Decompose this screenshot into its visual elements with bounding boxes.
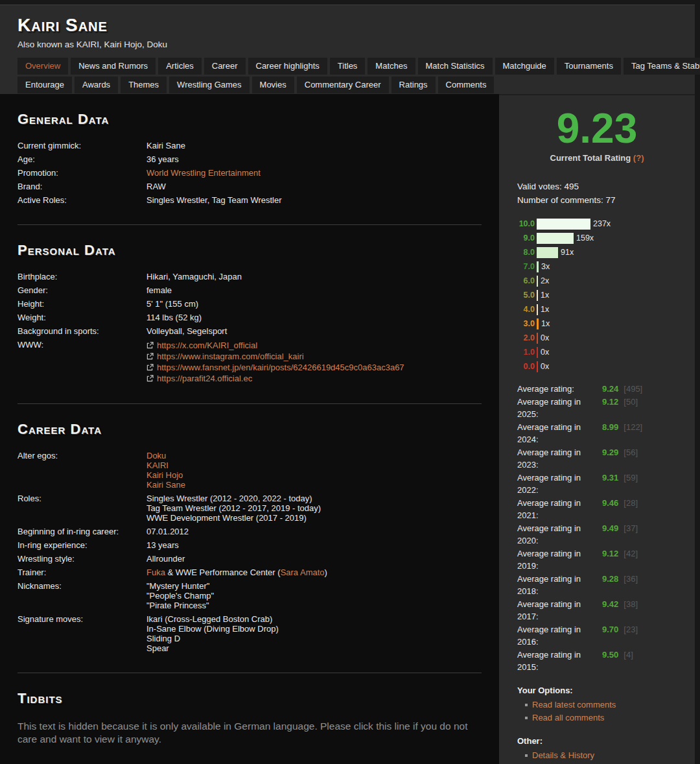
profile-header: Kairi Sane Also known as KAIRI, Kairi Ho… — [0, 5, 695, 94]
value-link[interactable]: Kairi Sane — [146, 480, 185, 490]
row-label: Current gimmick: — [18, 141, 146, 150]
data-row: Birthplace:Hikari, Yamaguchi, Japan — [18, 272, 482, 281]
value-line: Ikari (Cross-Legged Boston Crab) — [146, 614, 482, 624]
option-link-read-all-comments[interactable]: Read all comments — [532, 713, 604, 722]
row-label: Birthplace: — [18, 272, 146, 281]
data-row: Brand:RAW — [18, 182, 482, 191]
value-line: 36 years — [146, 154, 482, 164]
value-link[interactable]: https://x.com/KAIRI_official — [157, 340, 257, 350]
value-link[interactable]: https://www.fansnet.jp/en/kairi/posts/62… — [157, 363, 404, 372]
rating-help-link[interactable]: (?) — [633, 153, 644, 163]
histogram-bar — [537, 233, 574, 244]
value-line: Kairi Sane — [146, 480, 482, 490]
average-rating-value: 9.31 — [602, 472, 618, 497]
average-rating-value: 9.12 — [602, 396, 618, 421]
value-link[interactable]: https://parafit24.official.ec — [157, 374, 252, 383]
tab-ratings[interactable]: Ratings — [391, 77, 436, 93]
tab-themes[interactable]: Themes — [121, 77, 167, 93]
tab-career-highlights[interactable]: Career highlights — [248, 58, 327, 75]
average-rating-label: Average rating in 2016: — [517, 623, 602, 649]
tidbits-hidden-text[interactable]: This text is hidden because it is only a… — [18, 720, 482, 746]
value-line: Hikari, Yamaguchi, Japan — [146, 272, 482, 281]
average-rating-value: 9.28 — [602, 573, 618, 598]
histogram-bar — [537, 219, 590, 230]
row-value: "Mystery Hunter""People's Champ""Pirate … — [146, 581, 482, 610]
tab-entourage[interactable]: Entourage — [18, 77, 72, 93]
average-rating-value: 8.99 — [602, 421, 618, 446]
tab-row-2: EntourageAwardsThemesWrestling GamesMovi… — [18, 77, 677, 93]
value-link[interactable]: Kairi Hojo — [146, 470, 183, 480]
tab-comments[interactable]: Comments — [438, 77, 495, 93]
average-rating-row: Average rating in 2019:9.12[42] — [517, 547, 683, 573]
histogram-row: 8.091x — [517, 245, 683, 259]
page-title: Kairi Sane — [18, 15, 677, 36]
histogram-score-label: 10.0 — [517, 219, 535, 228]
histogram-score-label: 1.0 — [517, 348, 535, 357]
tab-awards[interactable]: Awards — [75, 77, 118, 93]
value-text: In-Sane Elbow (Diving Elbow Drop) — [146, 624, 279, 634]
value-link[interactable]: Doku — [146, 451, 166, 460]
row-value: Hikari, Yamaguchi, Japan — [146, 272, 482, 281]
value-text: 07.01.2012 — [146, 527, 189, 536]
row-value: https://x.com/KAIRI_officialhttps://www.… — [146, 340, 482, 384]
tab-commentary-career[interactable]: Commentary Career — [297, 77, 389, 93]
data-row: Background in sports:Volleyball, Segelsp… — [18, 326, 482, 336]
tab-overview[interactable]: Overview — [18, 58, 68, 75]
bullet-icon — [525, 717, 528, 719]
average-rating-vote-count: [28] — [624, 497, 638, 522]
value-line: 5' 1" (155 cm) — [146, 299, 482, 309]
histogram-row: 7.03x — [517, 259, 683, 274]
row-value: Allrounder — [146, 554, 482, 564]
histogram-count: 159x — [576, 233, 594, 243]
option-link-read-latest-comments[interactable]: Read latest comments — [532, 700, 616, 710]
average-rating-row: Average rating in 2023:9.29[56] — [517, 446, 683, 472]
tab-tag-teams-stables[interactable]: Tag Teams & Stables — [624, 58, 700, 75]
value-link[interactable]: Sara Amato — [281, 567, 325, 577]
average-rating-vote-count: [56] — [624, 446, 638, 472]
comments-count: Number of comments: 77 — [517, 193, 683, 207]
average-rating-value: 9.49 — [602, 522, 618, 547]
histogram-count: 0x — [541, 348, 549, 357]
row-value: Ikari (Cross-Legged Boston Crab)In-Sane … — [146, 614, 482, 653]
tab-articles[interactable]: Articles — [158, 58, 202, 75]
average-rating-label: Average rating in 2020: — [517, 522, 602, 547]
value-text: RAW — [146, 182, 166, 191]
value-line: 13 years — [146, 540, 482, 550]
other-link-details-history[interactable]: Details & History — [532, 750, 594, 760]
row-value: Kairi Sane — [146, 141, 482, 150]
tab-tournaments[interactable]: Tournaments — [557, 58, 621, 75]
tab-career[interactable]: Career — [204, 58, 246, 75]
value-link[interactable]: Fuka — [146, 567, 165, 577]
value-line: https://x.com/KAIRI_official — [146, 340, 482, 351]
external-link-icon — [146, 352, 154, 363]
value-link[interactable]: KAIRI — [146, 460, 169, 470]
tab-titles[interactable]: Titles — [330, 58, 366, 75]
tab-movies[interactable]: Movies — [252, 77, 294, 93]
average-rating-row: Average rating in 2022:9.31[59] — [517, 472, 683, 497]
histogram-row: 2.00x — [517, 331, 683, 345]
value-line: female — [146, 285, 482, 295]
histogram-score-label: 3.0 — [517, 319, 535, 328]
data-row: Promotion:World Wrestling Entertainment — [18, 168, 482, 178]
histogram-bar — [537, 361, 538, 372]
value-link[interactable]: World Wrestling Entertainment — [146, 168, 261, 178]
current-total-rating: 9.23 — [517, 106, 677, 151]
value-text: ) — [325, 567, 327, 577]
value-text: 13 years — [146, 540, 179, 550]
row-value: Volleyball, Segelsport — [146, 326, 482, 336]
section-divider — [18, 403, 482, 404]
main-column: General DataCurrent gimmick:Kairi SaneAg… — [0, 94, 499, 764]
tab-matches[interactable]: Matches — [368, 58, 415, 75]
value-link[interactable]: https://www.instagram.com/official_kairi — [157, 352, 304, 361]
tab-matchguide[interactable]: Matchguide — [495, 58, 554, 75]
other-heading: Other: — [517, 735, 683, 746]
tab-wrestling-games[interactable]: Wrestling Games — [169, 77, 249, 93]
value-text: Ikari (Cross-Legged Boston Crab) — [146, 614, 272, 624]
tab-match-statistics[interactable]: Match Statistics — [418, 58, 493, 75]
value-line: "People's Champ" — [146, 591, 482, 601]
list-item: Read latest comments — [517, 698, 683, 711]
your-options-block: Your Options: Read latest commentsRead a… — [517, 685, 683, 724]
row-label: In-ring experience: — [18, 540, 146, 550]
tab-news-and-rumors[interactable]: News and Rumors — [71, 58, 156, 75]
row-value: Singles Wrestler, Tag Team Wrestler — [146, 195, 482, 205]
